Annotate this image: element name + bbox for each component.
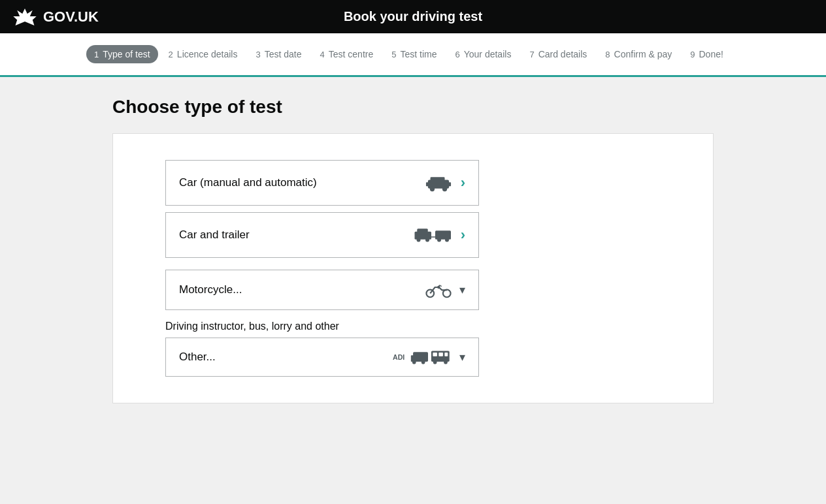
car-trailer-option[interactable]: Car and trailer [165, 212, 479, 258]
motorcycle-label: Motorcycle... [179, 283, 242, 296]
svg-point-21 [421, 360, 425, 364]
svg-rect-10 [431, 236, 435, 238]
car-option-left: Car (manual and automatic) [179, 176, 424, 189]
footer-area [0, 423, 826, 488]
card-area: Car (manual and automatic) › [112, 133, 714, 403]
step-2[interactable]: 2 Licence details [161, 45, 246, 63]
svg-point-8 [416, 238, 420, 242]
gov-logo-text: GOV.UK [43, 8, 99, 25]
adi-lorry-bus-icon: ADI [393, 347, 452, 367]
step-1[interactable]: 1 Type of test [86, 45, 158, 63]
step-9[interactable]: 9 Done! [682, 45, 731, 63]
svg-point-3 [442, 187, 447, 191]
svg-point-2 [429, 187, 434, 191]
svg-point-13 [445, 238, 449, 242]
step-8[interactable]: 8 Confirm & pay [597, 45, 680, 63]
svg-point-26 [433, 360, 437, 364]
svg-point-27 [444, 360, 448, 364]
test-options-list: Car (manual and automatic) › [165, 160, 479, 264]
step-1-number: 1 [94, 50, 99, 59]
car-option-label: Car (manual and automatic) [179, 176, 317, 189]
step-9-label: Done! [699, 49, 723, 59]
trailer-option-right: › [414, 225, 465, 245]
car-chevron-icon: › [461, 174, 465, 191]
step-6-label: Your details [464, 49, 512, 59]
trailer-option-left: Car and trailer [179, 228, 414, 242]
svg-text:ADI: ADI [393, 353, 405, 361]
section-subtitle: Driving instructor, bus, lorry and other [165, 321, 661, 332]
car-trailer-icon [414, 225, 453, 245]
step-3-label: Test date [265, 49, 302, 59]
car-option-right: › [424, 172, 465, 193]
svg-point-9 [425, 238, 429, 242]
motorcycle-icon [425, 279, 452, 300]
progress-steps-list: 1 Type of test 2 Licence details 3 Test … [86, 33, 740, 75]
motorcycle-right: ▾ [425, 279, 465, 300]
crown-icon [13, 8, 37, 25]
step-8-number: 8 [605, 50, 610, 59]
trailer-option-label: Car and trailer [179, 228, 250, 242]
site-header: GOV.UK Book your driving test [0, 0, 826, 33]
step-3[interactable]: 3 Test date [248, 45, 309, 63]
motorcycle-collapsible[interactable]: Motorcycle... ▾ [165, 270, 479, 310]
step-8-label: Confirm & pay [614, 49, 672, 59]
svg-point-12 [437, 238, 441, 242]
other-chevron-down-icon: ▾ [459, 350, 465, 364]
other-collapsible[interactable]: Other... ADI [165, 338, 479, 377]
motorcycle-section: Motorcycle... ▾ [165, 270, 479, 310]
step-2-number: 2 [169, 50, 173, 59]
step-3-number: 3 [256, 50, 260, 59]
main-content: Choose type of test Car (manual and auto… [99, 97, 727, 403]
other-label: Other... [179, 351, 216, 364]
step-9-number: 9 [690, 50, 695, 59]
other-right: ADI ▾ [393, 347, 465, 367]
svg-rect-24 [438, 353, 443, 356]
step-7[interactable]: 7 Card details [521, 45, 595, 63]
svg-rect-11 [435, 230, 451, 240]
other-section: Other... ADI [165, 338, 479, 377]
svg-point-20 [412, 360, 416, 364]
page-header-title: Book your driving test [344, 9, 482, 24]
step-5-number: 5 [391, 50, 396, 59]
step-6[interactable]: 6 Your details [448, 45, 520, 63]
svg-rect-5 [448, 182, 450, 186]
step-2-label: Licence details [177, 49, 238, 59]
step-7-label: Card details [538, 49, 587, 59]
step-5-label: Test time [400, 49, 437, 59]
step-6-number: 6 [455, 50, 460, 59]
svg-rect-7 [417, 228, 428, 234]
step-1-label: Type of test [103, 49, 150, 59]
trailer-chevron-icon: › [461, 227, 465, 244]
step-5[interactable]: 5 Test time [384, 45, 444, 63]
step-7-number: 7 [529, 50, 534, 59]
car-icon [424, 172, 453, 193]
motorcycle-chevron-down-icon: ▾ [459, 283, 465, 297]
svg-rect-1 [430, 177, 444, 183]
svg-rect-23 [433, 353, 437, 356]
car-manual-auto-option[interactable]: Car (manual and automatic) › [165, 160, 479, 206]
step-4-number: 4 [320, 50, 325, 59]
svg-rect-25 [444, 353, 448, 356]
page-title: Choose type of test [112, 97, 714, 118]
gov-logo[interactable]: GOV.UK [13, 8, 99, 25]
progress-nav: 1 Type of test 2 Licence details 3 Test … [0, 33, 826, 77]
svg-rect-4 [426, 182, 429, 186]
step-4[interactable]: 4 Test centre [312, 45, 382, 63]
step-4-label: Test centre [329, 49, 373, 59]
